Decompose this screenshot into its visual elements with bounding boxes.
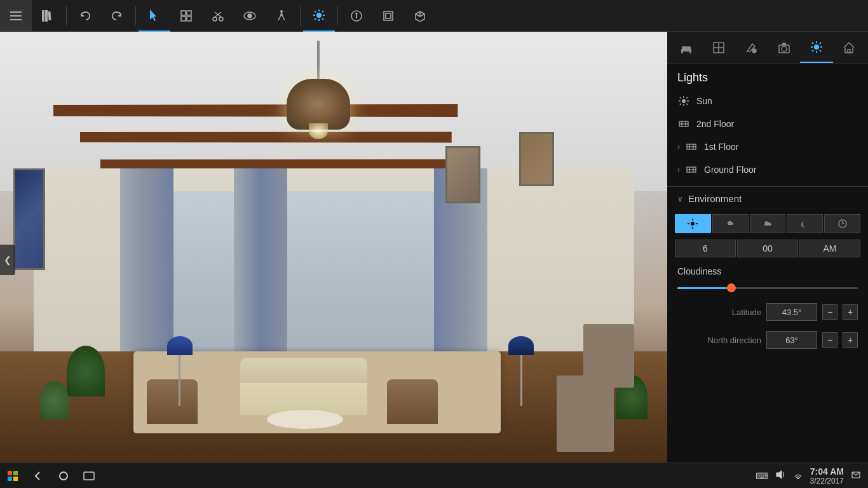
environment-header[interactable]: ∨ Environment: [667, 187, 868, 210]
svg-line-25: [322, 11, 323, 12]
svg-rect-4: [45, 10, 48, 22]
svg-rect-91: [84, 472, 94, 480]
cloudiness-label: Cloudiness: [677, 266, 858, 276]
panel-content: Lights Sun: [667, 64, 868, 488]
library-icon[interactable]: [32, 0, 64, 32]
lights-section-title: Lights: [667, 64, 868, 90]
north-decrement[interactable]: −: [822, 332, 837, 348]
light-item-ground-label: Ground Floor: [704, 165, 756, 175]
svg-line-52: [820, 50, 821, 51]
sun-icon[interactable]: [303, 0, 335, 32]
light-item-ground-floor[interactable]: › Ground Floor: [667, 158, 868, 181]
light-item-2nd-floor[interactable]: 2nd Floor: [667, 112, 868, 135]
scissors-icon[interactable]: [202, 0, 234, 32]
svg-rect-10: [187, 17, 191, 21]
toolbar-separator-1: [66, 6, 67, 25]
env-mode-clear[interactable]: [675, 214, 711, 233]
slider-thumb[interactable]: [727, 283, 736, 292]
svg-line-62: [686, 104, 688, 105]
taskbar: ⌨ 7:04 AM 3/22/2017: [0, 463, 868, 488]
taskbar-keyboard-icon[interactable]: ⌨: [756, 471, 768, 481]
ceiling-beam-3: [100, 159, 453, 170]
artwork-right: [519, 132, 554, 186]
time-hour[interactable]: 6: [675, 240, 736, 257]
time-minute[interactable]: 00: [737, 240, 798, 257]
latitude-label: Latitude: [677, 308, 761, 317]
taskbar-time[interactable]: 7:04 AM 3/22/2017: [810, 466, 844, 485]
env-mode-row: [667, 210, 868, 237]
svg-rect-87: [13, 471, 18, 475]
env-mode-time[interactable]: [824, 214, 860, 233]
frame-icon[interactable]: [372, 0, 404, 32]
svg-line-23: [315, 11, 316, 12]
chandelier-light: [309, 123, 328, 139]
svg-rect-31: [386, 13, 391, 18]
cube-icon[interactable]: [404, 0, 436, 32]
environment-title: Environment: [688, 193, 742, 204]
info-icon[interactable]: [341, 0, 372, 32]
nav-arrow-left[interactable]: ❮: [0, 245, 15, 275]
light-item-1st-floor[interactable]: › 1st Floor: [667, 135, 868, 158]
cloudiness-slider[interactable]: [677, 281, 858, 294]
slider-track: [677, 287, 858, 289]
svg-rect-9: [181, 17, 186, 21]
taskbar-circle[interactable]: [51, 463, 76, 489]
artwork-left: [13, 168, 45, 270]
svg-rect-3: [42, 10, 44, 22]
taskbar-speaker-icon[interactable]: [776, 470, 786, 481]
viewport[interactable]: ❮: [0, 32, 667, 488]
latitude-value[interactable]: 43.5°: [766, 303, 817, 321]
floor-light-icon-2: [677, 118, 690, 130]
ceiling-beam-2: [80, 132, 452, 142]
light-item-sun[interactable]: Sun: [667, 90, 868, 112]
svg-point-43: [752, 49, 756, 53]
env-mode-night[interactable]: [787, 214, 823, 233]
svg-rect-39: [689, 51, 691, 53]
toolbar-separator-3: [300, 6, 301, 25]
lamp-shade-left: [167, 336, 193, 355]
taskbar-tablet[interactable]: [76, 463, 102, 489]
tab-build[interactable]: [702, 32, 735, 63]
taskbar-network-icon[interactable]: [794, 470, 803, 481]
svg-line-54: [812, 50, 813, 51]
tab-furniture[interactable]: [670, 32, 702, 63]
svg-point-17: [280, 10, 283, 13]
sofa-back: [240, 358, 367, 383]
select-icon[interactable]: [139, 0, 170, 32]
coffee-table: [267, 410, 343, 429]
north-direction-value[interactable]: 63°: [766, 331, 817, 349]
svg-point-16: [248, 14, 252, 18]
north-direction-label: North direction: [677, 336, 761, 345]
eye-icon[interactable]: [234, 0, 266, 32]
slider-fill: [677, 287, 731, 289]
taskbar-right: ⌨ 7:04 AM 3/22/2017: [756, 466, 868, 485]
right-panel: Lights Sun: [667, 32, 868, 488]
lamp-shade-right: [508, 336, 534, 355]
env-mode-partly[interactable]: [712, 214, 749, 233]
svg-point-46: [814, 44, 819, 50]
tab-home[interactable]: [833, 32, 865, 63]
svg-rect-86: [8, 471, 12, 475]
floor-light-icon-1: [685, 140, 698, 153]
latitude-increment[interactable]: +: [843, 304, 858, 320]
undo-icon[interactable]: [69, 0, 101, 32]
walk-icon[interactable]: [266, 0, 297, 32]
tab-camera[interactable]: [768, 32, 800, 63]
start-button[interactable]: [0, 463, 25, 489]
svg-point-56: [682, 99, 686, 103]
north-increment[interactable]: +: [843, 332, 858, 348]
svg-rect-88: [8, 477, 12, 481]
svg-point-93: [797, 478, 799, 479]
latitude-decrement[interactable]: −: [822, 304, 837, 320]
arrange-icon[interactable]: [170, 0, 202, 32]
time-period[interactable]: AM: [799, 240, 860, 257]
tab-lights[interactable]: [800, 32, 832, 63]
redo-icon[interactable]: [101, 0, 133, 32]
taskbar-back[interactable]: [25, 463, 51, 489]
light-item-sun-label: Sun: [696, 96, 712, 106]
taskbar-notification-icon[interactable]: [851, 470, 860, 481]
chandelier: [280, 41, 356, 130]
tab-paint[interactable]: [735, 32, 768, 63]
env-mode-cloudy[interactable]: [750, 214, 786, 233]
menu-icon[interactable]: [0, 0, 32, 32]
